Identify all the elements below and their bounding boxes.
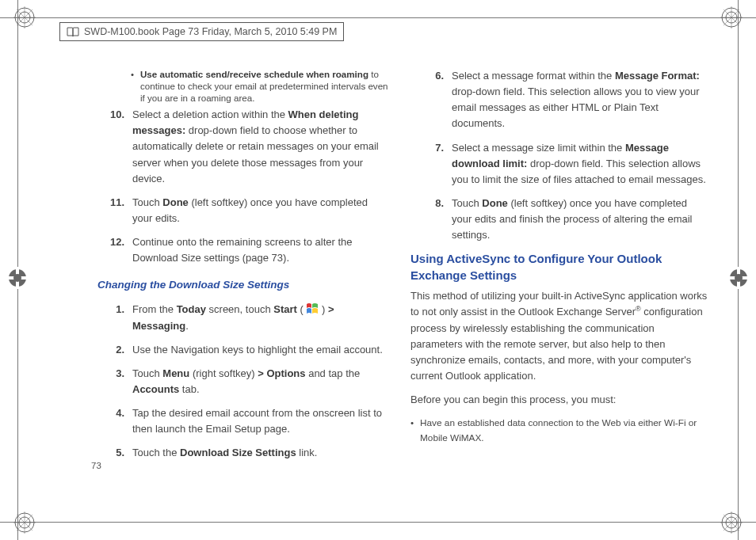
- text-span: screen, touch: [206, 303, 273, 315]
- paragraph: This method of utilizing your built-in A…: [410, 288, 708, 384]
- bold-span: Done: [482, 197, 508, 209]
- text-span: Touch: [132, 367, 162, 379]
- subheading-download-size: Changing the Download Size Settings: [97, 277, 388, 294]
- step-number: 11.: [102, 195, 132, 226]
- step-text: Use the Navigation keys to highlight the…: [132, 342, 388, 358]
- step-text: Tap the desired email account from the o…: [132, 405, 388, 437]
- step-text: Select a deletion action within the When…: [132, 107, 388, 187]
- bullet-connection: • Have an established data connection to…: [410, 416, 708, 445]
- registration-mark: [13, 6, 36, 29]
- registration-mark: [13, 511, 36, 534]
- right-column: 6. Select a message format within the Me…: [410, 68, 708, 470]
- step-11: 11. Touch Done (left softkey) once you h…: [102, 195, 388, 226]
- step-5: 5. Touch the Download Size Settings link…: [102, 445, 388, 461]
- bullet-dot: •: [131, 68, 140, 104]
- registered-mark: ®: [636, 305, 641, 313]
- bold-span: Message Format:: [615, 70, 700, 82]
- text-span: link.: [296, 447, 318, 458]
- crop-line: [0, 522, 756, 523]
- step-number: 12.: [102, 234, 132, 266]
- svg-point-27: [13, 274, 21, 282]
- text-span: From the: [132, 303, 177, 315]
- header-text: SWD-M100.book Page 73 Friday, March 5, 2…: [84, 26, 337, 37]
- step-number: 8.: [422, 196, 452, 243]
- left-column: • Use automatic send/receive schedule wh…: [91, 68, 388, 470]
- step-1: 1. From the Today screen, touch Start ( …: [102, 302, 388, 333]
- step-number: 7.: [422, 140, 452, 188]
- registration-mark: [6, 267, 29, 289]
- step-10: 10. Select a deletion action within the …: [102, 107, 388, 187]
- bold-span: Use automatic send/receive schedule when…: [140, 69, 368, 79]
- page-content: • Use automatic send/receive schedule wh…: [91, 68, 708, 470]
- text-span: and tap the: [306, 367, 361, 379]
- section-heading-activesync: Using ActiveSync to Configure Your Outlo…: [410, 251, 708, 283]
- step-2: 2. Use the Navigation keys to highlight …: [102, 342, 388, 358]
- step-number: 1.: [102, 302, 132, 333]
- text-span: Touch the: [132, 447, 180, 458]
- registration-mark: [727, 267, 750, 289]
- step-text: Select a message format within the Messa…: [452, 68, 708, 132]
- bold-span: Accounts: [132, 383, 179, 395]
- text-span: Select a deletion action within the: [132, 108, 288, 120]
- bullet-roaming: • Use automatic send/receive schedule wh…: [131, 68, 388, 104]
- step-number: 2.: [102, 342, 132, 358]
- bold-span: Download Size Settings: [180, 447, 296, 458]
- text-span: Touch: [132, 196, 162, 208]
- bold-span: > Options: [258, 367, 305, 379]
- step-text: From the Today screen, touch Start ( ) >…: [132, 302, 388, 333]
- book-icon: [67, 27, 79, 37]
- step-number: 3.: [102, 366, 132, 397]
- page-header-box: SWD-M100.book Page 73 Friday, March 5, 2…: [59, 22, 344, 41]
- bullet-text: Have an established data connection to t…: [420, 416, 708, 445]
- bullet-text: Use automatic send/receive schedule when…: [140, 68, 388, 104]
- step-text: Continue onto the remaining screens to a…: [132, 234, 388, 266]
- text-span: drop-down field. This selection allows y…: [452, 86, 700, 129]
- text-span: .: [185, 320, 189, 332]
- step-text: Touch Done (left softkey) once you have …: [132, 195, 388, 226]
- step-number: 6.: [422, 68, 452, 132]
- windows-start-icon: [306, 302, 319, 315]
- step-text: Touch Menu (right softkey) > Options and…: [132, 366, 388, 397]
- bold-span: Today: [177, 303, 206, 315]
- step-7: 7. Select a message size limit within th…: [422, 140, 708, 188]
- step-8: 8. Touch Done (left softkey) once you ha…: [422, 196, 708, 243]
- step-text: Select a message size limit within the M…: [452, 140, 708, 188]
- step-number: 4.: [102, 405, 132, 437]
- text-span: Touch: [452, 197, 482, 209]
- paragraph: Before you can begin this process, you m…: [410, 392, 708, 408]
- step-text: Touch Done (left softkey) once you have …: [452, 196, 708, 243]
- bold-span: Done: [162, 196, 189, 208]
- svg-point-31: [735, 274, 743, 282]
- step-number: 5.: [102, 445, 132, 461]
- step-number: 10.: [102, 107, 132, 187]
- registration-mark: [720, 6, 743, 29]
- text-span: Select a message format within the: [452, 70, 615, 82]
- page-number: 73: [91, 461, 101, 470]
- text-span: ): [319, 303, 328, 315]
- step-3: 3. Touch Menu (right softkey) > Options …: [102, 366, 388, 397]
- text-span: Select a message size limit within the: [452, 142, 625, 154]
- registration-mark: [720, 511, 743, 534]
- bullet-dot: •: [410, 416, 420, 445]
- step-4: 4. Tap the desired email account from th…: [102, 405, 388, 437]
- step-12: 12. Continue onto the remaining screens …: [102, 234, 388, 266]
- text-span: tab.: [179, 383, 199, 395]
- step-text: Touch the Download Size Settings link.: [132, 445, 388, 461]
- bold-span: Start: [273, 303, 297, 315]
- text-span: (: [297, 303, 307, 315]
- crop-line: [0, 17, 756, 18]
- bold-span: Menu: [162, 367, 189, 379]
- step-6: 6. Select a message format within the Me…: [422, 68, 708, 132]
- text-span: (right softkey): [189, 367, 258, 379]
